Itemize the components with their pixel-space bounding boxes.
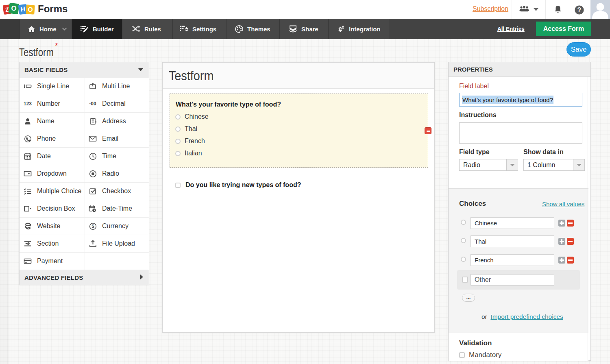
svg-text:?: ? — [577, 7, 582, 13]
svg-text:$: $ — [92, 224, 94, 229]
